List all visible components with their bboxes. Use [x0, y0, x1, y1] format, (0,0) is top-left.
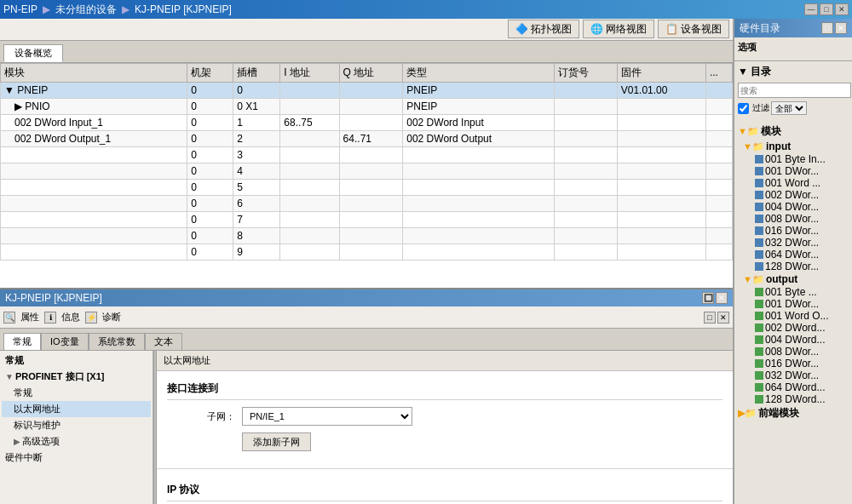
maximize-button[interactable]: □	[820, 3, 833, 15]
table-row[interactable]: ▼ PNEIP00PNEIPV01.01.00	[1, 82, 733, 98]
bottom-expand-button[interactable]: 🔲	[702, 292, 714, 304]
table-row[interactable]: ▶ PNIO00 X1PNEIP	[1, 98, 733, 114]
minimize-button[interactable]: —	[804, 3, 818, 15]
cell-iaddr	[280, 211, 339, 227]
output-item[interactable]: 004 DWord...	[736, 334, 850, 346]
col-fw: 固件	[617, 63, 705, 82]
front-modules-folder[interactable]: ▶📁 前端模块	[736, 405, 850, 421]
tab-io-vars[interactable]: IO变量	[41, 333, 89, 350]
nav-advanced-arrow: ▶	[14, 437, 20, 446]
nav-general[interactable]: 常规	[2, 352, 151, 369]
cell-iaddr	[280, 179, 339, 195]
input-item[interactable]: 008 DWor...	[736, 213, 850, 225]
output-folder[interactable]: ▼📁 output	[736, 272, 850, 286]
output-item[interactable]: 008 DWor...	[736, 346, 850, 358]
cell-qaddr	[339, 114, 403, 130]
output-item[interactable]: 001 Byte ...	[736, 286, 850, 298]
cell-module	[1, 179, 187, 195]
output-item[interactable]: 064 DWord...	[736, 381, 850, 393]
sidebar-expand-button[interactable]: □	[821, 22, 833, 34]
content-header: 以太网地址	[157, 351, 733, 371]
table-row[interactable]: 06	[1, 195, 733, 211]
output-item[interactable]: 002 DWord...	[736, 322, 850, 334]
modules-folder[interactable]: ▼📁 模块	[736, 123, 850, 140]
cell-module	[1, 243, 187, 260]
network-view-button[interactable]: 🌐 网络视图	[583, 20, 654, 38]
tab-system-const[interactable]: 系统常数	[89, 333, 145, 350]
bottom-tabs: 常规 IO变量 系统常数 文本	[0, 329, 733, 351]
options-label: 选项	[738, 41, 849, 54]
nav-advanced[interactable]: ▶高级选项	[2, 433, 151, 450]
cell-rack: 0	[187, 130, 233, 146]
input-item[interactable]: 001 Byte In...	[736, 153, 850, 165]
attribute-icon: 🔍	[3, 312, 15, 324]
close-button[interactable]: ✕	[835, 3, 849, 15]
table-row[interactable]: 04	[1, 163, 733, 179]
module-icon	[755, 179, 763, 187]
input-folder[interactable]: ▼📁 input	[736, 140, 850, 153]
cell-more	[705, 130, 732, 146]
sidebar-title-text: 硬件目录	[740, 21, 780, 36]
cell-rack: 0	[187, 98, 233, 114]
output-item[interactable]: 016 DWor...	[736, 358, 850, 369]
input-item[interactable]: 032 DWor...	[736, 237, 850, 249]
topology-view-button[interactable]: 🔷 拓扑视图	[508, 20, 579, 38]
ip-section: IP 协议 IP 地址：	[157, 472, 733, 504]
module-icon	[755, 155, 763, 163]
output-label: output	[766, 273, 797, 285]
col-slot: 插槽	[233, 63, 280, 82]
input-item[interactable]: 064 DWor...	[736, 249, 850, 261]
input-item[interactable]: 128 DWor...	[736, 261, 850, 272]
col-type: 类型	[403, 63, 555, 82]
tab-text[interactable]: 文本	[145, 333, 182, 350]
output-item[interactable]: 001 DWor...	[736, 298, 850, 310]
cell-fw	[617, 130, 705, 146]
output-item[interactable]: 032 DWor...	[736, 369, 850, 381]
cell-slot: 2	[233, 130, 280, 146]
input-item[interactable]: 002 DWor...	[736, 189, 850, 201]
sidebar-close-button[interactable]: ✕	[835, 22, 847, 34]
bottom-close2-button[interactable]: ✕	[717, 312, 729, 324]
table-row[interactable]: 07	[1, 211, 733, 227]
table-row[interactable]: 08	[1, 227, 733, 243]
filter-select[interactable]: 全部	[771, 101, 807, 115]
output-item[interactable]: 128 DWord...	[736, 393, 850, 405]
nav-hw-interrupt[interactable]: 硬件中断	[2, 450, 151, 466]
cell-slot: 7	[233, 211, 280, 227]
module-icon	[755, 300, 763, 308]
bottom-close-button[interactable]: ✕	[716, 292, 728, 304]
input-item[interactable]: 001 Word ...	[736, 177, 850, 189]
table-row[interactable]: 09	[1, 243, 733, 260]
device-view-button[interactable]: 📋 设备视图	[658, 20, 729, 38]
subnet-select[interactable]: PN/IE_1	[242, 407, 412, 426]
device-table-area[interactable]: 模块 机架 插槽 I 地址 Q 地址 类型 订货号 固件 ... ▼ PNEIP…	[0, 63, 733, 288]
bottom-expand2-button[interactable]: □	[704, 312, 716, 324]
add-subnet-button[interactable]: 添加新子网	[242, 432, 311, 451]
tab-general[interactable]: 常规	[3, 333, 41, 350]
cell-fw	[617, 179, 705, 195]
device-overview-tab[interactable]: 设备概览	[3, 44, 63, 62]
main-toolbar: 🔷 拓扑视图 🌐 网络视图 📋 设备视图	[0, 19, 733, 41]
nav-ethernet-addr[interactable]: 以太网地址	[2, 401, 151, 417]
table-row[interactable]: 002 DWord Output_10264..71002 DWord Outp…	[1, 130, 733, 146]
filter-checkbox[interactable]	[738, 103, 749, 114]
filter-row: 过滤 全部	[738, 101, 849, 115]
nav-profinet[interactable]: ▼PROFINET 接口 [X1]	[2, 369, 151, 385]
cell-slot: 0	[233, 82, 280, 98]
cell-iaddr	[280, 82, 339, 98]
cell-order	[555, 163, 618, 179]
nav-general-sub[interactable]: 常规	[2, 385, 151, 401]
table-row[interactable]: 03	[1, 146, 733, 163]
device-table: 模块 机架 插槽 I 地址 Q 地址 类型 订货号 固件 ... ▼ PNEIP…	[0, 63, 733, 261]
table-row[interactable]: 002 DWord Input_10168..75002 DWord Input	[1, 114, 733, 130]
input-item[interactable]: 004 DWor...	[736, 201, 850, 213]
output-item[interactable]: 001 Word O...	[736, 310, 850, 322]
cell-qaddr: 64..71	[339, 130, 403, 146]
input-item[interactable]: 001 DWor...	[736, 165, 850, 177]
search-input[interactable]	[738, 83, 851, 98]
nav-ident-maint[interactable]: 标识与维护	[2, 417, 151, 433]
sidebar-options-section: 选项	[734, 37, 852, 60]
table-row[interactable]: 05	[1, 179, 733, 195]
input-item[interactable]: 016 DWor...	[736, 225, 850, 237]
bottom-content: 常规 ▼PROFINET 接口 [X1] 常规 以太网地址 标识与维护 ▶高级选…	[0, 351, 733, 504]
